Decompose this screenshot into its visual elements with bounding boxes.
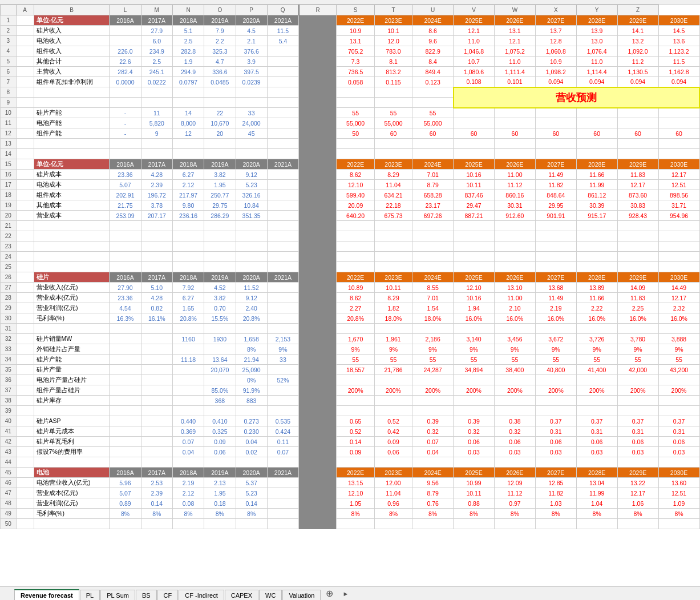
tab-pl[interactable]: PL xyxy=(80,590,100,600)
cell-w xyxy=(535,324,576,334)
cell-r: 705.2 xyxy=(337,46,374,57)
cell-m: 2.5 xyxy=(141,57,172,67)
col-a-cell xyxy=(16,334,34,344)
cell-t xyxy=(412,252,454,262)
cell-r xyxy=(337,396,374,406)
cell-t: 2024E xyxy=(412,159,454,170)
tab-cf--indirect[interactable]: CF -Indirect xyxy=(179,590,224,600)
cell-m xyxy=(141,324,172,334)
cell-z xyxy=(658,252,699,262)
cell-n: 236.16 xyxy=(172,211,204,221)
cell-t: 7.01 xyxy=(412,170,454,180)
row-label xyxy=(34,252,110,262)
divider-col xyxy=(299,252,337,262)
divider-col xyxy=(299,283,337,293)
cell-n: 6.27 xyxy=(172,170,204,180)
divider-col xyxy=(299,324,337,334)
cell-z: 12.51 xyxy=(658,180,699,190)
row-number: 12 xyxy=(1,128,17,139)
col-a-cell xyxy=(16,57,34,67)
cell-v xyxy=(494,457,535,468)
cell-y: 13.22 xyxy=(617,478,658,488)
cell-s: 675.73 xyxy=(374,211,412,221)
cell-o: 2019A xyxy=(204,15,236,26)
row-number: 31 xyxy=(1,324,17,334)
cell-x: 2028E xyxy=(576,15,617,26)
cell-w: 200% xyxy=(535,385,576,396)
col-a-cell xyxy=(16,313,34,324)
cell-v: 2026E xyxy=(494,272,535,283)
scroll-right-icon[interactable]: ► xyxy=(342,590,349,597)
cell-p: 351.35 xyxy=(236,211,267,221)
cell-r: 20.8% xyxy=(337,313,374,324)
cell-x: 8% xyxy=(576,509,617,519)
cell-p xyxy=(236,324,267,334)
cell-v: 0.38 xyxy=(494,416,535,426)
cell-o: 2.13 xyxy=(204,478,236,488)
tab-pl-sum[interactable]: PL Sum xyxy=(100,590,135,600)
tab-bs[interactable]: BS xyxy=(136,590,157,600)
table-row: 34硅片产能11.1813.6421.943355555555555555555… xyxy=(1,355,700,365)
cell-t: 1.54 xyxy=(412,303,454,313)
table-row: 39 xyxy=(1,406,700,416)
cell-v: 11.0 xyxy=(494,57,535,67)
table-row: 43假设7%的费用率0.040.060.020.070.090.060.040.… xyxy=(1,447,700,457)
cell-z: 14.49 xyxy=(658,283,699,293)
tab-valuation[interactable]: Valuation xyxy=(282,590,321,600)
divider-col xyxy=(299,98,337,108)
cell-x xyxy=(576,241,617,252)
cell-y xyxy=(617,396,658,406)
cell-t: 55,000 xyxy=(412,118,454,128)
cell-x: 11.99 xyxy=(576,488,617,498)
cell-u xyxy=(454,375,495,385)
cell-o: 10,670 xyxy=(204,118,236,128)
divider-col xyxy=(299,406,337,416)
cell-s: 18.0% xyxy=(374,313,412,324)
cell-q: 0.11 xyxy=(267,437,298,447)
cell-u xyxy=(454,221,495,231)
cell-t xyxy=(412,396,454,406)
cell-o xyxy=(204,375,236,385)
cell-w: 9% xyxy=(535,344,576,355)
cell-p xyxy=(236,149,267,159)
cell-t: 9% xyxy=(412,344,454,355)
cell-t xyxy=(412,406,454,416)
cell-n: 2018A xyxy=(172,159,204,170)
cell-z: 31.71 xyxy=(658,200,699,211)
tab-capex[interactable]: CAPEX xyxy=(225,590,258,600)
divider-col xyxy=(299,15,337,26)
cell-s: 0.42 xyxy=(374,426,412,437)
tab-revenue-forecast[interactable]: Revenue forecast xyxy=(14,589,79,600)
cell-w: 11.82 xyxy=(535,488,576,498)
cell-u: 0.03 xyxy=(454,447,495,457)
cell-s: 200% xyxy=(374,385,412,396)
cell-l: 27.90 xyxy=(110,283,141,293)
cell-w: 0.31 xyxy=(535,426,576,437)
cell-t: 9.6 xyxy=(412,36,454,46)
tab-cf[interactable]: CF xyxy=(157,590,179,600)
cell-z: 2030E xyxy=(658,159,699,170)
table-row: 11电池产能-5,8208,00010,67024,00055,00055,00… xyxy=(1,118,700,128)
row-number: 4 xyxy=(1,46,17,57)
cell-p xyxy=(236,252,267,262)
cell-o: 0.0485 xyxy=(204,77,236,87)
cell-p: 0.14 xyxy=(236,498,267,509)
cell-v: 0.03 xyxy=(494,447,535,457)
cell-t: 9.56 xyxy=(412,478,454,488)
divider-col xyxy=(299,139,337,149)
cell-q xyxy=(267,200,298,211)
cell-x xyxy=(576,406,617,416)
add-sheet-button[interactable]: ⊕ xyxy=(321,586,338,600)
row-number: 26 xyxy=(1,272,17,283)
cell-u xyxy=(454,231,495,241)
cell-q: 11.5 xyxy=(267,26,298,36)
row-number: 38 xyxy=(1,396,17,406)
row-label: 营业成本 xyxy=(34,211,110,221)
cell-r: 2.27 xyxy=(337,303,374,313)
cell-w: 29.95 xyxy=(535,200,576,211)
cell-l: 5.07 xyxy=(110,488,141,498)
cell-z: 1,162.8 xyxy=(658,67,699,77)
tab-wc[interactable]: WC xyxy=(259,590,282,600)
cell-v: 16.0% xyxy=(494,313,535,324)
cell-n: 12 xyxy=(172,128,204,139)
